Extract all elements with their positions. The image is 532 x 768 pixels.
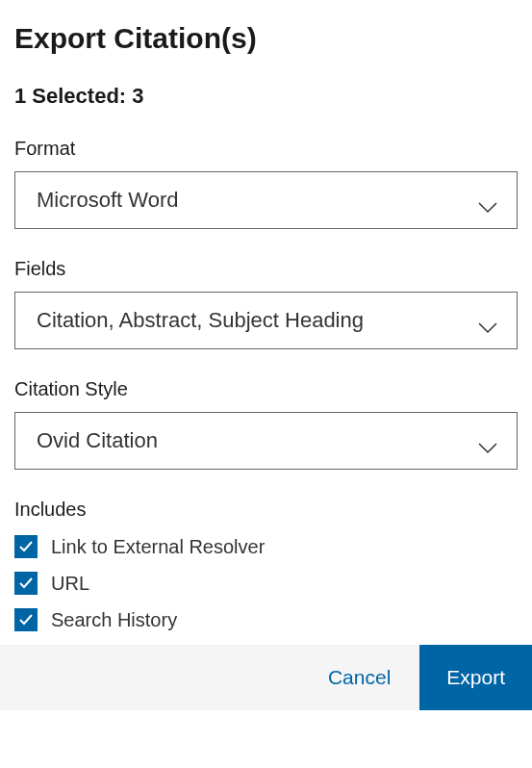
checkbox-label: URL [51, 573, 89, 595]
export-citation-dialog: Export Citation(s) 1 Selected: 3 Format … [0, 0, 532, 631]
chevron-down-icon [478, 315, 497, 326]
includes-label: Includes [14, 499, 518, 521]
checkbox-icon [14, 535, 38, 558]
fields-value: Citation, Abstract, Subject Heading [37, 308, 364, 333]
format-value: Microsoft Word [37, 188, 179, 213]
citation-style-value: Ovid Citation [37, 428, 158, 453]
checkbox-icon [14, 572, 38, 595]
chevron-down-icon [478, 435, 497, 447]
checkbox-label: Link to External Resolver [51, 536, 265, 558]
fields-select[interactable]: Citation, Abstract, Subject Heading [14, 292, 518, 349]
fields-label: Fields [14, 258, 518, 280]
fields-group: Fields Citation, Abstract, Subject Headi… [14, 258, 518, 349]
format-label: Format [14, 138, 518, 160]
checkbox-url[interactable]: URL [14, 572, 518, 595]
selected-count: 1 Selected: 3 [14, 84, 518, 109]
checkbox-icon [14, 608, 38, 631]
chevron-down-icon [478, 194, 497, 206]
checkbox-search-history[interactable]: Search History [14, 608, 518, 631]
citation-style-label: Citation Style [14, 378, 518, 400]
dialog-footer: Cancel Export [0, 645, 532, 710]
export-button[interactable]: Export [419, 645, 532, 710]
format-select[interactable]: Microsoft Word [14, 171, 518, 229]
cancel-button[interactable]: Cancel [299, 645, 419, 710]
checkbox-label: Search History [51, 609, 177, 631]
format-group: Format Microsoft Word [14, 138, 518, 229]
includes-group: Includes Link to External Resolver URL S… [14, 499, 518, 631]
checkbox-link-resolver[interactable]: Link to External Resolver [14, 535, 518, 558]
citation-style-group: Citation Style Ovid Citation [14, 378, 518, 470]
citation-style-select[interactable]: Ovid Citation [14, 412, 518, 470]
dialog-title: Export Citation(s) [14, 22, 518, 55]
